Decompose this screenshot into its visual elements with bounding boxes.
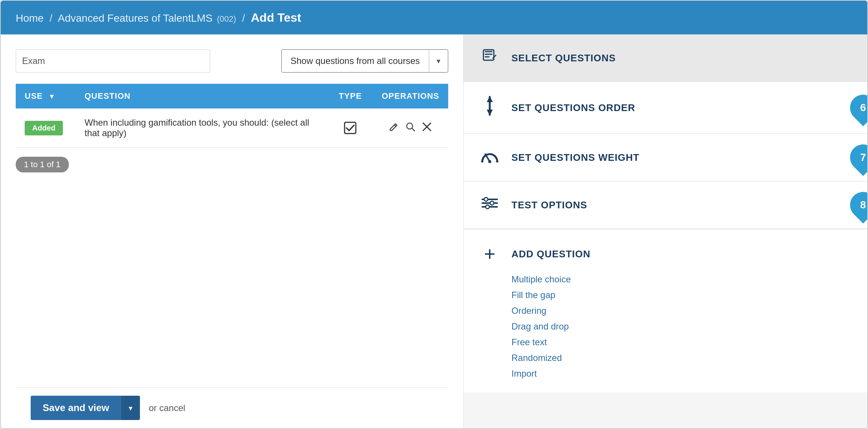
sidebar-item-select-questions[interactable]: SELECT QUESTIONS (464, 34, 867, 82)
add-question-link-free-text[interactable]: Free text (511, 337, 852, 347)
save-view-button[interactable]: Save and view ▾ (31, 396, 140, 420)
weight-gauge-icon (479, 147, 501, 168)
sidebar-add-question-section: + ADD QUESTION Multiple choiceFill the g… (464, 229, 867, 392)
question-tbody: AddedWhen including gamification tools, … (16, 108, 448, 148)
pagination-row: 1 to 1 of 1 (16, 157, 448, 172)
question-cell: When including gamification tools, you s… (76, 108, 328, 148)
show-questions-dropdown[interactable]: Show questions from all courses ▾ (281, 49, 449, 73)
bubble-6: 6 (845, 89, 867, 126)
svg-marker-13 (487, 110, 493, 116)
remove-icon[interactable] (422, 122, 432, 135)
type-cell (328, 108, 373, 148)
add-question-label: ADD QUESTION (511, 248, 590, 260)
sliders-icon (479, 195, 501, 215)
bubble-8: 8 (845, 187, 867, 224)
show-questions-arrow-icon: ▾ (429, 56, 448, 65)
sidebar-label-select-questions: SELECT QUESTIONS (511, 52, 616, 64)
table-header: USE ▼ QUESTION TYPE OPERATIONS (16, 84, 448, 108)
bubble-8-number: 8 (860, 199, 866, 211)
added-badge[interactable]: Added (25, 121, 63, 135)
svg-marker-12 (487, 96, 493, 102)
col-use: USE ▼ (16, 84, 76, 108)
question-table: USE ▼ QUESTION TYPE OPERATIONS AddedWhen… (16, 84, 448, 148)
bottom-bar: Save and view ▾ or cancel (16, 387, 448, 428)
sidebar-item-set-questions-weight[interactable]: SET QUESTIONS WEIGHT 7 (464, 134, 867, 181)
home-link[interactable]: Home (16, 12, 44, 24)
search-icon[interactable] (405, 122, 416, 135)
plus-icon: + (479, 243, 501, 265)
sidebar-item-test-options[interactable]: TEST OPTIONS 8 (464, 181, 867, 229)
checkbox-type-icon (337, 122, 364, 134)
sidebar-label-set-questions-order: SET QUESTIONS ORDER (511, 102, 635, 114)
content-area: Show questions from all courses ▾ USE ▼ … (1, 34, 463, 428)
pagination-badge: 1 to 1 of 1 (16, 157, 69, 172)
order-arrows-icon (479, 95, 501, 120)
sidebar-label-test-options: TEST OPTIONS (511, 199, 587, 211)
add-question-link-multiple-choice[interactable]: Multiple choice (511, 274, 852, 285)
add-question-link-ordering[interactable]: Ordering (511, 306, 852, 316)
breadcrumb-sep-1: / (49, 12, 52, 24)
table-spacer (16, 172, 448, 387)
add-question-link-randomized[interactable]: Randomized (511, 353, 852, 363)
or-cancel-text: or cancel (149, 403, 185, 413)
svg-point-23 (486, 205, 489, 209)
edit-icon[interactable] (389, 122, 399, 135)
main-area: Show questions from all courses ▾ USE ▼ … (1, 34, 867, 428)
col-operations: OPERATIONS (373, 84, 448, 108)
svg-point-22 (490, 201, 494, 205)
bubble-7-number: 7 (860, 151, 866, 163)
exam-name-input[interactable] (16, 49, 210, 73)
course-link[interactable]: Advanced Features of TalentLMS (002) (58, 12, 239, 24)
svg-line-3 (412, 128, 415, 131)
svg-line-1 (394, 125, 396, 126)
svg-point-21 (484, 197, 488, 201)
sidebar-item-set-questions-order[interactable]: SET QUESTIONS ORDER 6 (464, 82, 867, 134)
use-cell: Added (16, 108, 76, 148)
col-question: QUESTION (76, 84, 328, 108)
breadcrumb-sep-2: / (242, 12, 245, 24)
save-view-main-btn[interactable]: Save and view (31, 396, 121, 420)
add-question-header: + ADD QUESTION (479, 243, 852, 265)
sort-arrow-icon[interactable]: ▼ (48, 93, 55, 100)
save-view-dropdown-arrow[interactable]: ▾ (121, 396, 140, 420)
table-row: AddedWhen including gamification tools, … (16, 108, 448, 148)
add-question-link-fill-the-gap[interactable]: Fill the gap (511, 290, 852, 300)
sidebar-label-set-questions-weight: SET QUESTIONS WEIGHT (511, 152, 639, 163)
add-question-links: Multiple choiceFill the gapOrderingDrag … (479, 274, 852, 379)
breadcrumb: Home / Advanced Features of TalentLMS (0… (16, 11, 301, 25)
add-question-link-import[interactable]: Import (511, 368, 852, 379)
page-title: Add Test (251, 11, 302, 24)
toolbar-row: Show questions from all courses ▾ (16, 49, 448, 73)
top-navigation-bar: Home / Advanced Features of TalentLMS (0… (1, 1, 867, 34)
add-question-link-drag-and-drop[interactable]: Drag and drop (511, 321, 852, 332)
edit-pencil-icon (479, 48, 501, 68)
show-questions-label: Show questions from all courses (282, 56, 429, 66)
operations-cell (373, 108, 448, 148)
bubble-6-number: 6 (860, 102, 866, 114)
col-type: TYPE (328, 84, 373, 108)
bubble-7: 7 (845, 139, 867, 176)
sidebar: SELECT QUESTIONS SET QUESTIONS ORDER 6 (463, 34, 867, 428)
svg-point-15 (488, 160, 491, 163)
